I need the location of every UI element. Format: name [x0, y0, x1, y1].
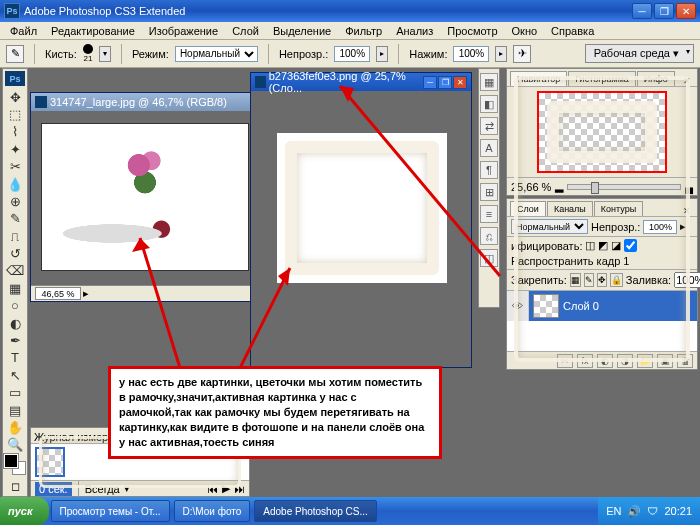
clock[interactable]: 20:21 — [664, 505, 692, 517]
tool-preset-icon[interactable]: ✎ — [6, 45, 24, 63]
mode-label: Режим: — [132, 48, 169, 60]
doc1-canvas[interactable] — [41, 123, 249, 271]
doc1-zoom-chev[interactable]: ▸ — [83, 287, 89, 300]
strip-btn-9[interactable]: ◫ — [480, 249, 498, 267]
toolbox-ps-icon[interactable]: Ps — [5, 71, 25, 86]
flow-input[interactable] — [453, 46, 489, 62]
menu-select[interactable]: Выделение — [267, 24, 337, 38]
tray-icon-2[interactable]: 🛡 — [647, 505, 658, 517]
menu-layer[interactable]: Слой — [226, 24, 265, 38]
marquee-tool[interactable]: ⬚ — [5, 106, 25, 123]
pen-tool[interactable]: ✒ — [5, 332, 25, 349]
strip-btn-6[interactable]: ⊞ — [480, 183, 498, 201]
heal-tool[interactable]: ⊕ — [5, 193, 25, 210]
taskbar-item-1[interactable]: Просмотр темы - От... — [51, 500, 170, 522]
airbrush-icon[interactable]: ✈ — [513, 45, 531, 63]
wand-tool[interactable]: ✦ — [5, 141, 25, 158]
maximize-button[interactable]: ❐ — [654, 3, 674, 19]
blur-tool[interactable]: ○ — [5, 297, 25, 314]
close-button[interactable]: ✕ — [676, 3, 696, 19]
annotation-text: у нас есть две картинки, цветочки мы хот… — [119, 376, 424, 448]
strip-btn-1[interactable]: ▦ — [480, 73, 498, 91]
system-tray[interactable]: EN 🔊 🛡 20:21 — [598, 497, 700, 525]
layer-row-0[interactable]: 👁 Слой 0 — [507, 291, 697, 321]
doc-icon — [255, 76, 266, 88]
brush-tool[interactable]: ✎ — [5, 210, 25, 227]
workspace-area: Ps ✥ ⬚ ⌇ ✦ ✂ 💧 ⊕ ✎ ⎍ ↺ ⌫ ▦ ○ ◐ ✒ T ↖ ▭ ▤… — [0, 68, 700, 497]
menu-help[interactable]: Справка — [545, 24, 600, 38]
doc2-titlebar[interactable]: b27363fef0e3.png @ 25,7% (Сло... ─ ❐ ✕ — [251, 73, 471, 91]
hand-tool[interactable]: ✋ — [5, 419, 25, 436]
crop-tool[interactable]: ✂ — [5, 158, 25, 175]
document-window-1[interactable]: 314747_large.jpg @ 46,7% (RGB/8) ▸ — [30, 92, 260, 302]
workspace-menu[interactable]: Рабочая среда ▾ — [585, 44, 694, 63]
eyedropper-tool[interactable]: 💧 — [5, 175, 25, 192]
brush-dropdown[interactable]: ▾ — [99, 46, 111, 62]
brush-size: 21 — [83, 54, 92, 63]
flow-label: Нажим: — [409, 48, 447, 60]
fg-swatch[interactable] — [4, 454, 18, 468]
brush-preview-icon[interactable] — [83, 44, 93, 54]
document-window-2[interactable]: b27363fef0e3.png @ 25,7% (Сло... ─ ❐ ✕ — [250, 72, 472, 368]
doc1-status: ▸ — [31, 285, 259, 301]
menu-filter[interactable]: Фильтр — [339, 24, 388, 38]
taskbar-item-2[interactable]: D:\Мои фото — [174, 500, 251, 522]
menu-view[interactable]: Просмотр — [441, 24, 503, 38]
move-tool[interactable]: ✥ — [5, 88, 25, 105]
strip-btn-7[interactable]: ≡ — [480, 205, 498, 223]
opacity-input[interactable] — [334, 46, 370, 62]
menu-image[interactable]: Изображение — [143, 24, 224, 38]
doc2-title: b27363fef0e3.png @ 25,7% (Сло... — [269, 70, 423, 94]
taskbar: пуск Просмотр темы - От... D:\Мои фото A… — [0, 497, 700, 525]
taskbar-item-3[interactable]: Adobe Photoshop CS... — [254, 500, 377, 522]
strip-btn-2[interactable]: ◧ — [480, 95, 498, 113]
doc2-canvas[interactable] — [277, 133, 447, 283]
quickmask-icon[interactable]: ◻ — [5, 479, 25, 494]
shape-tool[interactable]: ▭ — [5, 384, 25, 401]
tray-icon-1[interactable]: 🔊 — [627, 505, 641, 518]
color-swatches[interactable] — [4, 454, 26, 475]
path-tool[interactable]: ↖ — [5, 367, 25, 384]
lang-indicator[interactable]: EN — [606, 505, 621, 517]
history-brush-tool[interactable]: ↺ — [5, 245, 25, 262]
annotation-box: у нас есть две картинки, цветочки мы хот… — [108, 366, 442, 459]
minimize-button[interactable]: ─ — [632, 3, 652, 19]
frame-overlay — [285, 141, 439, 275]
right-panels: Навигатор Гистограмма Инфо ✕ 25,66 % ▂ ▄… — [506, 68, 698, 370]
layer-thumb[interactable] — [533, 294, 559, 318]
type-tool[interactable]: T — [5, 349, 25, 366]
strip-btn-4[interactable]: A — [480, 139, 498, 157]
menu-file[interactable]: Файл — [4, 24, 43, 38]
menu-window[interactable]: Окно — [506, 24, 544, 38]
opacity-chev[interactable]: ▸ — [376, 46, 388, 62]
opacity-label: Непрозр.: — [279, 48, 328, 60]
window-title: Adobe Photoshop CS3 Extended — [24, 5, 185, 17]
layer-list: 👁 Слой 0 — [507, 291, 697, 351]
doc-icon — [35, 96, 47, 108]
layers-panel: Слои Каналы Контуры ✕ Нормальный Непрозр… — [506, 198, 698, 370]
gradient-tool[interactable]: ▦ — [5, 280, 25, 297]
dodge-tool[interactable]: ◐ — [5, 314, 25, 331]
doc2-min[interactable]: ─ — [423, 76, 437, 89]
notes-tool[interactable]: ▤ — [5, 401, 25, 418]
window-titlebar: Ps Adobe Photoshop CS3 Extended ─ ❐ ✕ — [0, 0, 700, 22]
anim-frame-thumb[interactable] — [35, 447, 65, 477]
doc2-close[interactable]: ✕ — [453, 76, 467, 89]
mode-select[interactable]: Нормальный — [175, 46, 258, 62]
menu-edit[interactable]: Редактирование — [45, 24, 141, 38]
doc1-zoom-input[interactable] — [35, 287, 81, 300]
start-button[interactable]: пуск — [0, 497, 49, 525]
menu-analysis[interactable]: Анализ — [390, 24, 439, 38]
flow-chev[interactable]: ▸ — [495, 46, 507, 62]
strip-btn-8[interactable]: ⎌ — [480, 227, 498, 245]
strip-btn-3[interactable]: ⇄ — [480, 117, 498, 135]
lasso-tool[interactable]: ⌇ — [5, 123, 25, 140]
doc2-max[interactable]: ❐ — [438, 76, 452, 89]
doc1-titlebar[interactable]: 314747_large.jpg @ 46,7% (RGB/8) — [31, 93, 259, 111]
eraser-tool[interactable]: ⌫ — [5, 262, 25, 279]
brush-label: Кисть: — [45, 48, 77, 60]
zoom-tool[interactable]: 🔍 — [5, 436, 25, 453]
options-bar: ✎ Кисть: 21 ▾ Режим: Нормальный Непрозр.… — [0, 40, 700, 68]
stamp-tool[interactable]: ⎍ — [5, 228, 25, 245]
strip-btn-5[interactable]: ¶ — [480, 161, 498, 179]
